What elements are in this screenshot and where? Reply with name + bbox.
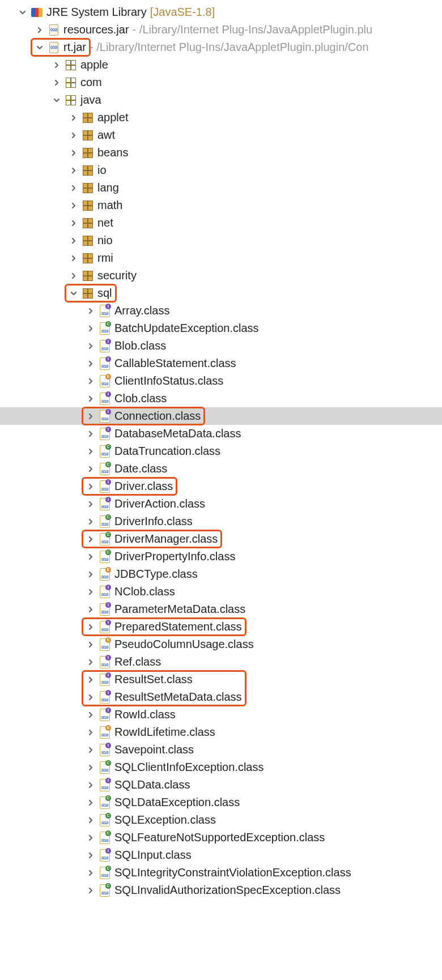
chevron-right-icon[interactable] [85, 551, 96, 563]
tree-item-class[interactable]: ParameterMetaData.class [0, 600, 442, 618]
tree-item-class[interactable]: RowId.class [0, 706, 442, 723]
chevron-right-icon[interactable] [85, 358, 96, 369]
chevron-right-icon[interactable] [68, 147, 79, 159]
tree-item-package[interactable]: security [0, 267, 442, 284]
chevron-right-icon[interactable] [85, 832, 96, 843]
tree-item-class[interactable]: DriverPropertyInfo.class [0, 548, 442, 565]
chevron-right-icon[interactable] [85, 797, 96, 808]
chevron-down-icon[interactable] [68, 288, 79, 299]
tree-item-class[interactable]: JDBCType.class [0, 565, 442, 583]
tree-item-class[interactable]: DriverAction.class [0, 495, 442, 513]
chevron-right-icon[interactable] [68, 270, 79, 282]
tree-item-class[interactable]: BatchUpdateException.class [0, 319, 442, 337]
chevron-right-icon[interactable] [85, 586, 96, 598]
chevron-right-icon[interactable] [68, 182, 79, 194]
chevron-right-icon[interactable] [68, 200, 79, 211]
chevron-right-icon[interactable] [85, 621, 96, 633]
chevron-right-icon[interactable] [85, 815, 96, 826]
tree-item-class[interactable]: ResultSetMetaData.class [0, 688, 442, 706]
chevron-down-icon[interactable] [17, 7, 28, 18]
chevron-right-icon[interactable] [85, 446, 96, 457]
chevron-right-icon[interactable] [68, 253, 79, 264]
tree-item-class[interactable]: DataTruncation.class [0, 442, 442, 460]
tree-item-package[interactable]: apple [0, 56, 442, 74]
chevron-right-icon[interactable] [85, 463, 96, 475]
tree-item-class[interactable]: SQLDataException.class [0, 794, 442, 811]
chevron-right-icon[interactable] [85, 674, 96, 685]
tree-item-package[interactable]: awt [0, 126, 442, 144]
tree-item-package[interactable]: sql [0, 284, 442, 302]
tree-item-class[interactable]: SQLFeatureNotSupportedException.class [0, 829, 442, 846]
tree-item-jre-library[interactable]: JRE System Library [JavaSE-1.8] [0, 3, 442, 21]
chevron-right-icon[interactable] [85, 727, 96, 738]
chevron-right-icon[interactable] [68, 130, 79, 141]
tree-item-class[interactable]: PreparedStatement.class [0, 618, 442, 636]
chevron-right-icon[interactable] [51, 77, 62, 88]
chevron-right-icon[interactable] [85, 428, 96, 440]
tree-item-class[interactable]: DriverManager.class [0, 530, 442, 548]
chevron-right-icon[interactable] [85, 744, 96, 756]
tree-item-package[interactable]: nio [0, 232, 442, 249]
chevron-right-icon[interactable] [85, 569, 96, 580]
chevron-right-icon[interactable] [85, 323, 96, 334]
chevron-right-icon[interactable] [85, 411, 96, 422]
tree-item-class[interactable]: DriverInfo.class [0, 513, 442, 530]
tree-item-package[interactable]: com [0, 74, 442, 91]
chevron-right-icon[interactable] [68, 218, 79, 229]
chevron-right-icon[interactable] [85, 885, 96, 896]
chevron-right-icon[interactable] [85, 498, 96, 510]
tree-item-class[interactable]: SQLInvalidAuthorizationSpecException.cla… [0, 881, 442, 899]
chevron-right-icon[interactable] [51, 59, 62, 71]
chevron-right-icon[interactable] [85, 850, 96, 861]
tree-item-class[interactable]: Array.class [0, 302, 442, 319]
tree-item-class[interactable]: Clob.class [0, 390, 442, 407]
chevron-down-icon[interactable] [51, 95, 62, 106]
tree-item-class[interactable]: Date.class [0, 460, 442, 478]
tree-item-class[interactable]: PseudoColumnUsage.class [0, 636, 442, 653]
tree-item-class[interactable]: SQLIntegrityConstraintViolationException… [0, 864, 442, 881]
tree-item-class[interactable]: Driver.class [0, 478, 442, 495]
tree-item-package[interactable]: lang [0, 179, 442, 197]
tree-item-class[interactable]: SQLData.class [0, 776, 442, 794]
tree-item-class[interactable]: SQLInput.class [0, 846, 442, 864]
tree-item-class[interactable]: Savepoint.class [0, 741, 442, 759]
chevron-right-icon[interactable] [34, 24, 45, 36]
chevron-right-icon[interactable] [85, 393, 96, 404]
chevron-right-icon[interactable] [85, 376, 96, 387]
tree-item-class[interactable]: Connection.class [0, 407, 442, 425]
chevron-right-icon[interactable] [85, 657, 96, 668]
chevron-right-icon[interactable] [85, 692, 96, 703]
chevron-right-icon[interactable] [68, 165, 79, 176]
chevron-right-icon[interactable] [68, 112, 79, 123]
tree-item-package[interactable]: math [0, 197, 442, 214]
tree-item-class[interactable]: CallableStatement.class [0, 355, 442, 372]
tree-item-jar[interactable]: rt.jar - /Library/Internet Plug-Ins/Java… [0, 39, 442, 56]
chevron-right-icon[interactable] [85, 534, 96, 545]
chevron-right-icon[interactable] [85, 516, 96, 527]
tree-item-class[interactable]: NClob.class [0, 583, 442, 600]
chevron-right-icon[interactable] [85, 340, 96, 352]
tree-item-package[interactable]: net [0, 214, 442, 232]
tree-item-class[interactable]: Blob.class [0, 337, 442, 355]
tree-item-class[interactable]: SQLException.class [0, 811, 442, 829]
chevron-right-icon[interactable] [85, 639, 96, 650]
tree-item-package[interactable]: io [0, 161, 442, 179]
tree-item-class[interactable]: SQLClientInfoException.class [0, 759, 442, 776]
chevron-right-icon[interactable] [85, 604, 96, 615]
tree-item-package[interactable]: java [0, 91, 442, 109]
chevron-right-icon[interactable] [85, 779, 96, 791]
chevron-right-icon[interactable] [85, 867, 96, 879]
tree-item-class[interactable]: ResultSet.class [0, 671, 442, 688]
tree-item-package[interactable]: rmi [0, 249, 442, 267]
chevron-down-icon[interactable] [34, 42, 45, 53]
tree-item-class[interactable]: Ref.class [0, 653, 442, 671]
tree-item-class[interactable]: RowIdLifetime.class [0, 723, 442, 741]
chevron-right-icon[interactable] [68, 235, 79, 246]
chevron-right-icon[interactable] [85, 762, 96, 773]
chevron-right-icon[interactable] [85, 305, 96, 317]
tree-item-jar[interactable]: resources.jar - /Library/Internet Plug-I… [0, 21, 442, 39]
tree-item-package[interactable]: applet [0, 109, 442, 126]
tree-item-class[interactable]: ClientInfoStatus.class [0, 372, 442, 390]
chevron-right-icon[interactable] [85, 709, 96, 721]
tree-item-class[interactable]: DatabaseMetaData.class [0, 425, 442, 442]
